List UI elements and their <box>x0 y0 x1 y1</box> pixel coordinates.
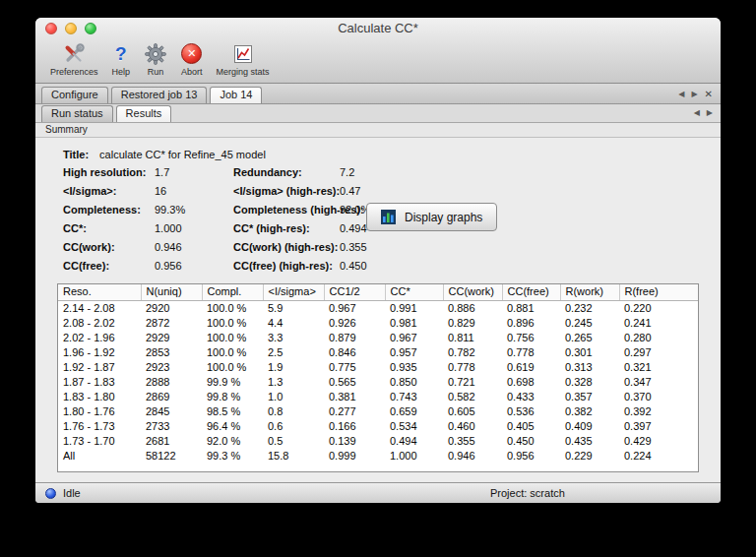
table-row[interactable]: 2.14 - 2.082920100.0 %5.90.9670.9910.886… <box>58 300 698 316</box>
table-cell: 0.409 <box>560 419 619 434</box>
job-tabs: ConfigureRestored job 13Job 14 <box>41 87 678 103</box>
titlebar[interactable]: Calculate CC* <box>35 18 721 39</box>
table-cell: 0.328 <box>560 375 619 390</box>
merging-stats-button[interactable]: Merging stats <box>212 40 275 78</box>
table-cell: 58122 <box>141 449 202 464</box>
table-cell: 1.83 - 1.80 <box>58 390 141 404</box>
table-header: Reso.N(uniq)Compl.<I/sigma>CC1/2CC*CC(wo… <box>58 284 698 300</box>
desktop: Calculate CC* Preferences <box>0 0 756 557</box>
table-row[interactable]: All5812299.3 %15.80.9991.0000.9460.9560.… <box>58 449 698 464</box>
column-header-cc-free-[interactable]: CC(free) <box>502 284 560 300</box>
tab-configure[interactable]: Configure <box>41 87 108 103</box>
column-header--i-sigma-[interactable]: <I/sigma> <box>263 284 324 300</box>
tab-close-icon[interactable]: ✕ <box>705 90 713 99</box>
column-header-r-free-[interactable]: R(free) <box>619 284 698 300</box>
table-cell: 0.721 <box>443 375 502 390</box>
job-tab-bar: ConfigureRestored job 13Job 14 ◀ ▶ ✕ <box>35 84 721 104</box>
tab-run-status[interactable]: Run status <box>41 105 113 122</box>
app-window: Calculate CC* Preferences <box>35 18 721 503</box>
table-cell: 0.381 <box>324 390 385 404</box>
preferences-button[interactable]: Preferences <box>45 40 103 78</box>
tab-scroll-left-icon[interactable]: ◀ <box>694 108 700 118</box>
table-row[interactable]: 1.87 - 1.83288899.9 %1.30.5650.8500.7210… <box>58 375 698 390</box>
table-cell: 0.999 <box>324 449 385 464</box>
table-cell: 1.96 - 1.92 <box>58 345 141 360</box>
summary-value: 7.2 <box>340 163 721 182</box>
tab-scroll-right-icon[interactable]: ▶ <box>707 108 713 118</box>
close-window-button[interactable] <box>45 23 57 34</box>
summary-label: <I/sigma> (high-res): <box>233 182 340 201</box>
tab-job-14[interactable]: Job 14 <box>210 87 262 103</box>
table-cell: 0.957 <box>385 345 443 360</box>
table-cell: 0.743 <box>385 390 443 404</box>
table-cell: 2.14 - 2.08 <box>58 300 141 316</box>
column-header-cc-[interactable]: CC* <box>385 284 443 300</box>
table-cell: 2.02 - 1.96 <box>58 331 141 345</box>
window-title: Calculate CC* <box>35 18 721 39</box>
table-cell: 0.956 <box>502 449 560 464</box>
table-row[interactable]: 1.83 - 1.80286999.8 %1.00.3810.7430.5820… <box>58 390 698 404</box>
table-cell: 1.92 - 1.87 <box>58 360 141 375</box>
column-header-reso-[interactable]: Reso. <box>58 284 141 300</box>
summary-value: 0.47 <box>340 182 721 201</box>
results-panel: Title:calculate CC* for Refine_45 model … <box>35 138 721 482</box>
merging-stats-icon <box>231 40 255 67</box>
abort-button[interactable]: ✕ Abort <box>176 40 208 78</box>
resolution-shell-table: Reso.N(uniq)Compl.<I/sigma>CC1/2CC*CC(wo… <box>57 283 699 472</box>
table-cell: 0.397 <box>619 419 698 434</box>
summary-section-label: Summary <box>45 124 88 135</box>
table-row[interactable]: 1.96 - 1.922853100.0 %2.50.8460.9570.782… <box>58 345 698 360</box>
summary-section-header: Summary <box>35 123 721 138</box>
table-cell: 2872 <box>141 316 202 331</box>
table-cell: 0.429 <box>619 434 698 449</box>
tab-scroll-left-icon[interactable]: ◀ <box>678 90 684 99</box>
minimize-window-button[interactable] <box>65 23 77 34</box>
display-graphs-button[interactable]: Display graphs <box>366 203 497 231</box>
table-cell: 3.3 <box>263 331 324 345</box>
table-cell: 1.87 - 1.83 <box>58 375 141 390</box>
table-row[interactable]: 1.76 - 1.73273396.4 %0.60.1660.5340.4600… <box>58 419 698 434</box>
zoom-window-button[interactable] <box>85 23 96 34</box>
table-cell: 0.433 <box>502 390 560 404</box>
table-row[interactable]: 2.08 - 2.022872100.0 %4.40.9260.9810.829… <box>58 316 698 331</box>
table-cell: 0.879 <box>324 331 385 345</box>
summary-label: CC* (high-res): <box>233 219 340 238</box>
table-row[interactable]: 1.73 - 1.70268192.0 %0.50.1390.4940.3550… <box>58 434 698 449</box>
tab-results[interactable]: Results <box>116 105 172 122</box>
run-button[interactable]: Run <box>139 40 172 78</box>
column-header-cc1-2[interactable]: CC1/2 <box>324 284 385 300</box>
table-cell: 0.935 <box>385 360 443 375</box>
status-bar: Idle Project: scratch <box>35 482 721 503</box>
table-cell: 2733 <box>141 419 202 434</box>
summary-label: Redundancy: <box>233 163 340 182</box>
table-cell: 2923 <box>141 360 202 375</box>
table-cell: 0.224 <box>619 449 698 464</box>
traffic-lights <box>45 23 96 34</box>
column-header-n-uniq-[interactable]: N(uniq) <box>141 284 202 300</box>
table-cell: All <box>58 449 141 464</box>
table-cell: 0.355 <box>443 434 502 449</box>
table-cell: 0.896 <box>502 316 560 331</box>
table-cell: 0.829 <box>443 316 502 331</box>
toolbar-label: Run <box>148 67 164 78</box>
table-row[interactable]: 1.80 - 1.76284598.5 %0.80.2770.6590.6050… <box>58 404 698 419</box>
summary-label: CC(work) (high-res): <box>233 238 340 257</box>
table-cell: 99.9 % <box>202 375 263 390</box>
table-cell: 0.277 <box>324 404 385 419</box>
result-tab-bar: Run statusResults ◀ ▶ <box>35 104 721 123</box>
column-header-r-work-[interactable]: R(work) <box>560 284 619 300</box>
tab-scroll-right-icon[interactable]: ▶ <box>691 90 697 99</box>
summary-title-row: Title:calculate CC* for Refine_45 model <box>63 146 721 163</box>
summary-title-value: calculate CC* for Refine_45 model <box>99 149 266 160</box>
table-row[interactable]: 1.92 - 1.872923100.0 %1.90.7750.9350.778… <box>58 360 698 375</box>
column-header-cc-work-[interactable]: CC(work) <box>443 284 502 300</box>
table-cell: 0.582 <box>443 390 502 404</box>
tab-restored-job-13[interactable]: Restored job 13 <box>111 87 208 103</box>
table-row[interactable]: 2.02 - 1.962929100.0 %3.30.8790.9670.811… <box>58 331 698 345</box>
preferences-icon <box>62 40 86 67</box>
help-button[interactable]: ? Help <box>107 40 136 78</box>
column-header-compl-[interactable]: Compl. <box>202 284 263 300</box>
toolbar: Preferences ? Help <box>35 39 721 83</box>
summary-title-label: Title: <box>63 149 89 160</box>
table-cell: 1.0 <box>263 390 324 404</box>
